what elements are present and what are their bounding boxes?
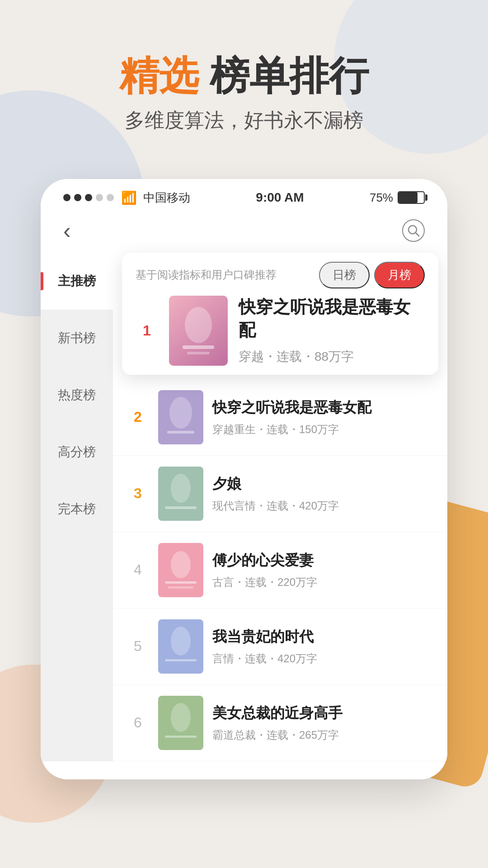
meta-5: 言情・连载・420万字 [212,651,434,666]
wifi-icon: 📶 [121,190,137,205]
cover-4 [158,543,203,597]
svg-rect-4 [183,345,214,349]
svg-point-13 [171,551,191,578]
title-6: 美女总裁的近身高手 [212,703,434,723]
rank-4: 4 [127,561,149,578]
title-orange: 精选 [119,53,199,98]
featured-book-row[interactable]: 1 [136,296,425,366]
header-title: 精选 榜单排行 [27,54,461,98]
phone-mockup: 📶 中国移动 9:00 AM 75% ‹ 主推榜 新书榜 [41,179,447,779]
signal-dot-3 [85,194,92,201]
page-header: 精选 榜单排行 多维度算法，好书永不漏榜 [0,0,488,161]
back-button[interactable]: ‹ [63,217,71,244]
cover-art-3 [158,467,203,521]
search-button[interactable] [402,219,425,242]
header-subtitle: 多维度算法，好书永不漏榜 [27,107,461,134]
book-item-5[interactable]: 5 我当贵妃的时代 言情・连载・420万字 [113,609,447,685]
sidebar-item-new-books[interactable]: 新书榜 [41,310,113,367]
cover-3 [158,467,203,521]
featured-cover [169,296,228,366]
title-5: 我当贵妃的时代 [212,627,434,647]
featured-title: 快穿之听说我是恶毒女配 [239,296,425,342]
svg-rect-18 [165,659,197,661]
rank-2: 2 [127,409,149,425]
cover-art-5 [158,619,203,674]
search-icon [407,224,420,237]
tab-daily[interactable]: 日榜 [319,262,370,288]
sidebar-item-main-rank[interactable]: 主推榜 [41,253,113,310]
book-item-2[interactable]: 2 快穿之听说我是恶毒女配 穿越重生・连载・150万字 [113,379,447,456]
title-3: 夕娘 [212,474,434,494]
svg-rect-11 [165,506,197,509]
signal-dot-5 [107,194,114,201]
svg-rect-5 [187,352,210,354]
featured-book-info: 快穿之听说我是恶毒女配 穿越・连载・88万字 [239,296,425,365]
status-left: 📶 中国移动 [63,190,190,206]
battery-bar [398,191,425,204]
title-dark: 榜单排行 [199,53,369,98]
rank-5: 5 [127,638,149,655]
meta-3: 现代言情・连载・420万字 [212,499,434,513]
svg-rect-8 [167,431,194,434]
tab-monthly[interactable]: 月榜 [374,262,425,288]
svg-point-20 [171,703,191,732]
book-info-5: 我当贵妃的时代 言情・连载・420万字 [212,627,434,666]
cover-2 [158,390,203,444]
book-info-2: 快穿之听说我是恶毒女配 穿越重生・连载・150万字 [212,398,434,437]
status-time: 9:00 AM [256,190,304,205]
svg-rect-14 [165,581,197,584]
book-item-3[interactable]: 3 夕娘 现代言情・连载・420万字 [113,456,447,532]
featured-rank: 1 [136,322,158,339]
svg-rect-15 [168,586,193,589]
cover-art-6 [158,696,203,750]
battery-percentage: 75% [370,191,393,205]
svg-line-1 [416,233,419,236]
meta-2: 穿越重生・连载・150万字 [212,422,434,437]
signal-dot-4 [96,194,103,201]
battery-fill [399,192,418,203]
title-4: 傅少的心尖爱妻 [212,551,434,571]
right-content: 基于阅读指标和用户口碑推荐 日榜 月榜 1 [113,253,447,761]
cover-5 [158,619,203,674]
nav-bar: ‹ [41,213,447,253]
book-info-3: 夕娘 现代言情・连载・420万字 [212,474,434,513]
sidebar-item-hot[interactable]: 热度榜 [41,367,113,424]
cover-art-2 [158,390,203,444]
rank-3: 3 [127,485,149,502]
svg-point-17 [171,627,191,656]
svg-point-7 [169,397,192,429]
signal-dot-1 [63,194,70,201]
status-bar: 📶 中国移动 9:00 AM 75% [41,179,447,213]
sidebar-item-completed[interactable]: 完本榜 [41,481,113,538]
filter-description: 基于阅读指标和用户口碑推荐 [136,268,277,282]
featured-filter-bar: 基于阅读指标和用户口碑推荐 日榜 月榜 [136,262,425,288]
book-item-6[interactable]: 6 美女总裁的近身高手 霸道总裁・连载・265万字 [113,685,447,761]
sidebar-item-top-score[interactable]: 高分榜 [41,424,113,481]
signal-dot-2 [74,194,81,201]
title-2: 快穿之听说我是恶毒女配 [212,398,434,418]
svg-point-3 [185,307,212,343]
carrier-text: 中国移动 [143,190,190,206]
cover-art-4 [158,543,203,597]
content-area: 主推榜 新书榜 热度榜 高分榜 完本榜 基于阅读指标和用户口碑推荐 [41,253,447,761]
rank-6: 6 [127,714,149,731]
book-info-4: 傅少的心尖爱妻 古言・连载・220万字 [212,551,434,590]
svg-rect-21 [165,736,197,738]
filter-tabs: 日榜 月榜 [319,262,425,288]
featured-cover-art [169,296,228,366]
featured-card: 基于阅读指标和用户口碑推荐 日榜 月榜 1 [122,253,438,375]
cover-6 [158,696,203,750]
book-info-6: 美女总裁的近身高手 霸道总裁・连载・265万字 [212,703,434,742]
book-list: 2 快穿之听说我是恶毒女配 穿越重生・连载・150万字 [113,379,447,761]
meta-6: 霸道总裁・连载・265万字 [212,728,434,742]
featured-meta: 穿越・连载・88万字 [239,348,425,365]
sidebar: 主推榜 新书榜 热度榜 高分榜 完本榜 [41,253,113,761]
status-right: 75% [370,191,425,205]
book-item-4[interactable]: 4 傅少的心尖爱妻 古言・连载・220万字 [113,532,447,609]
svg-point-10 [171,474,191,503]
meta-4: 古言・连载・220万字 [212,575,434,590]
